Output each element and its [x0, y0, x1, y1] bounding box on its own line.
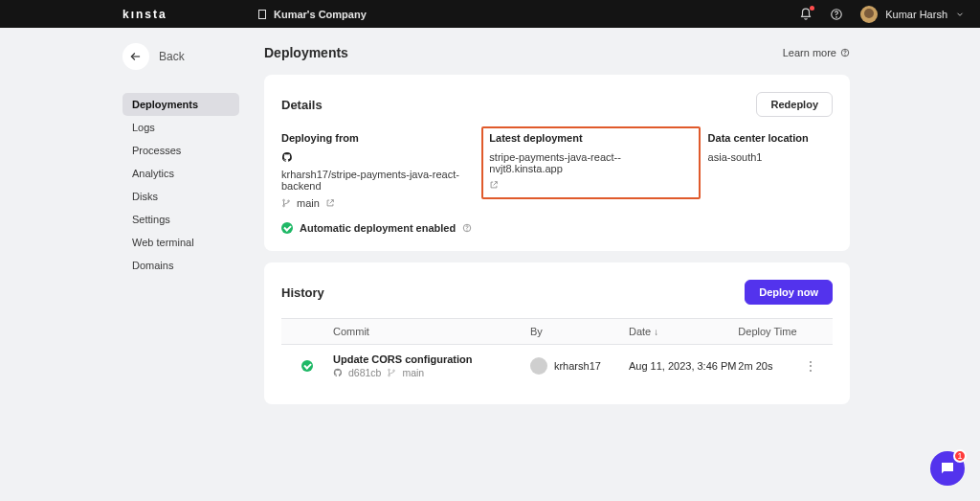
details-card: Details Redeploy Deploying from krharsh1…	[264, 75, 850, 251]
col-date[interactable]: Date↓	[629, 326, 738, 337]
history-card: History Deploy now Commit By Date↓ Deplo…	[264, 262, 850, 404]
chevron-down-icon	[955, 10, 965, 19]
deploy-time: 2m 20s	[738, 360, 804, 372]
svg-point-12	[288, 200, 290, 202]
sidebar-item-deployments[interactable]: Deployments	[122, 93, 239, 116]
redeploy-button[interactable]: Redeploy	[756, 92, 833, 117]
svg-point-10	[283, 199, 285, 201]
latest-deployment-link[interactable]: stripe-payments-java-react--nvjt8.kinsta…	[489, 151, 692, 190]
help-icon[interactable]	[830, 8, 843, 21]
col-commit[interactable]: Commit	[333, 326, 530, 337]
sidebar-item-processes[interactable]: Processes	[122, 139, 239, 162]
git-branch-icon	[281, 198, 291, 208]
main-content: Deployments Learn more Details Redeploy …	[253, 39, 980, 416]
data-center-label: Data center location	[708, 132, 833, 144]
col-by[interactable]: By	[530, 326, 629, 337]
history-title: History	[281, 285, 324, 300]
details-title: Details	[281, 98, 323, 112]
help-circle-icon	[840, 48, 850, 57]
repo-name: krharsh17/stripe-payments-java-react-bac…	[281, 169, 489, 192]
git-branch-icon	[387, 368, 396, 377]
table-header: Commit By Date↓ Deploy Time	[281, 318, 833, 345]
table-row[interactable]: Update CORS configuration d681cb main	[281, 345, 833, 387]
external-link-icon	[489, 180, 499, 190]
deploy-now-button[interactable]: Deploy now	[745, 280, 833, 305]
learn-more-link[interactable]: Learn more	[783, 47, 850, 58]
sidebar-item-web-terminal[interactable]: Web terminal	[122, 231, 239, 254]
commit-message: Update CORS configuration	[333, 353, 530, 365]
repo-link[interactable]: krharsh17/stripe-payments-java-react-bac…	[281, 151, 489, 209]
chat-launcher[interactable]: 1	[930, 451, 965, 486]
help-circle-icon[interactable]	[462, 223, 472, 233]
col-date-label: Date	[629, 326, 651, 337]
sidebar-item-logs[interactable]: Logs	[122, 116, 239, 139]
col-deploy-time[interactable]: Deploy Time	[738, 326, 804, 337]
sidebar: Back Deployments Logs Processes Analytic…	[0, 39, 253, 416]
auto-deploy-row: Automatic deployment enabled	[281, 222, 833, 234]
arrow-left-icon	[122, 43, 149, 70]
back-label: Back	[159, 50, 185, 63]
sidebar-item-analytics[interactable]: Analytics	[122, 162, 239, 185]
building-icon	[256, 9, 268, 20]
latest-deployment-highlight: Latest deployment stripe-payments-java-r…	[481, 126, 700, 199]
back-link[interactable]: Back	[122, 39, 239, 74]
svg-point-6	[836, 16, 837, 17]
notification-dot	[810, 6, 814, 11]
bell-icon[interactable]	[799, 8, 813, 21]
sidebar-item-settings[interactable]: Settings	[122, 208, 239, 231]
check-circle-icon	[281, 222, 293, 234]
row-menu-icon[interactable]: ⋮	[804, 358, 817, 374]
deploying-from-label: Deploying from	[281, 132, 489, 144]
chat-badge: 1	[953, 449, 967, 463]
author-name: krharsh17	[554, 360, 601, 372]
svg-point-15	[389, 369, 390, 371]
sidebar-item-disks[interactable]: Disks	[122, 185, 239, 208]
company-name: Kumar's Company	[274, 9, 367, 20]
external-link-icon	[325, 198, 335, 208]
avatar	[860, 6, 878, 23]
svg-point-16	[389, 375, 390, 376]
learn-more-label: Learn more	[783, 47, 836, 58]
auto-deploy-text: Automatic deployment enabled	[300, 222, 456, 234]
sidebar-item-domains[interactable]: Domains	[122, 254, 239, 277]
sort-down-icon: ↓	[654, 327, 658, 337]
github-icon	[281, 151, 293, 163]
repo-branch: main	[297, 197, 320, 209]
svg-point-11	[283, 205, 285, 207]
user-name: Kumar Harsh	[885, 9, 947, 20]
commit-sha: d681cb	[348, 367, 381, 378]
user-menu[interactable]: Kumar Harsh	[860, 6, 965, 23]
svg-point-17	[393, 370, 395, 372]
deploy-date: Aug 11, 2023, 3:46 PM	[629, 360, 738, 372]
logo: kınsta	[122, 8, 256, 21]
latest-deployment-url: stripe-payments-java-react--nvjt8.kinsta…	[489, 151, 692, 174]
page-title: Deployments	[264, 45, 348, 60]
avatar	[530, 357, 547, 375]
github-icon	[333, 368, 343, 377]
commit-branch: main	[402, 367, 424, 378]
status-success-icon	[301, 360, 313, 372]
latest-deployment-label: Latest deployment	[489, 132, 692, 144]
svg-rect-0	[259, 10, 266, 18]
data-center-value: asia-south1	[708, 151, 833, 163]
company-selector[interactable]: Kumar's Company	[256, 9, 367, 20]
history-table: Commit By Date↓ Deploy Time Update CORS …	[281, 318, 833, 387]
topbar: kınsta Kumar's Company Kumar Harsh	[0, 0, 980, 28]
